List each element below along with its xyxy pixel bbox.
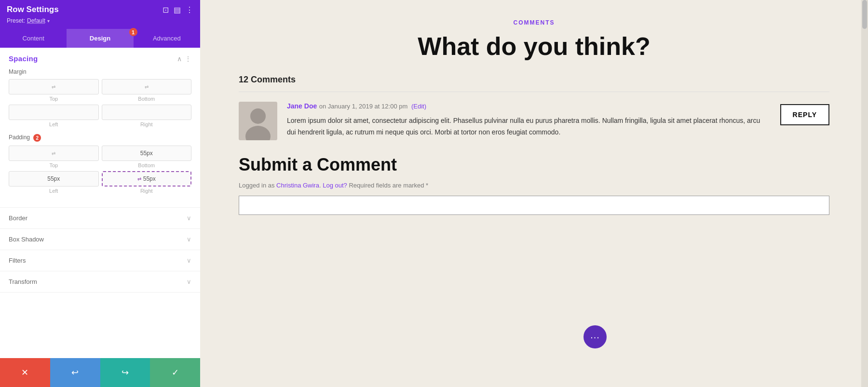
- padding-inputs: ⇄ Top 55px Bottom 55px Left: [9, 146, 191, 194]
- panel-header-icons: ⊡ ▤ ⋮: [163, 5, 193, 14]
- padding-bottom-input[interactable]: 55px: [102, 146, 192, 161]
- preset-label: Preset:: [7, 17, 25, 24]
- box-shadow-chevron: ∨: [187, 236, 191, 243]
- comment-text: Lorem ipsum dolor sit amet, consectetur …: [287, 115, 771, 138]
- layout-icon[interactable]: ▤: [174, 5, 181, 14]
- author-link[interactable]: Christina Gwira: [276, 182, 319, 189]
- avatar: [239, 102, 277, 140]
- border-section[interactable]: Border ∨: [0, 208, 200, 229]
- submit-section: Submit a Comment Logged in as Christina …: [239, 155, 829, 215]
- panel-content: Spacing ∧ ⋮ Margin ⇄ Top ⇄: [0, 48, 200, 358]
- spacing-actions: ∧ ⋮: [177, 55, 191, 63]
- edit-link[interactable]: (Edit): [411, 103, 426, 110]
- margin-inputs: ⇄ Top ⇄ Bottom Left: [9, 79, 191, 127]
- box-shadow-section[interactable]: Box Shadow ∨: [0, 229, 200, 250]
- right-content: COMMENTS What do you think? 12 Comments …: [200, 0, 868, 387]
- margin-left-group: Left: [9, 105, 99, 127]
- padding-right-label: Right: [140, 188, 153, 194]
- comments-title: What do you think?: [239, 33, 829, 60]
- tab-content[interactable]: Content: [0, 29, 67, 48]
- avatar-svg: [239, 102, 277, 140]
- preset-value[interactable]: Default: [27, 17, 45, 24]
- logout-link[interactable]: Log out?: [323, 182, 347, 189]
- padding-left-group: 55px Left: [9, 171, 99, 194]
- transform-section[interactable]: Transform ∨: [0, 271, 200, 293]
- undo-icon: ↩: [71, 367, 79, 378]
- tab-advanced[interactable]: Advanced: [134, 29, 200, 48]
- border-chevron: ∨: [187, 214, 191, 222]
- save-button[interactable]: ✓: [150, 358, 200, 387]
- logged-in-text: Logged in as Christina Gwira. Log out? R…: [239, 182, 829, 189]
- padding-label: Padding 2: [9, 134, 191, 142]
- padding-right-input[interactable]: ⇄ 55px: [102, 171, 192, 187]
- panel-title: Row Settings: [7, 5, 59, 14]
- padding-left-label: Left: [49, 188, 58, 194]
- more-icon[interactable]: ⋮: [186, 5, 193, 14]
- margin-bottom-group: ⇄ Bottom: [102, 79, 192, 102]
- panel-tabs: Content Design 1 Advanced: [0, 29, 200, 48]
- panel-header: Row Settings ⊡ ▤ ⋮ Preset: Default ▾: [0, 0, 200, 29]
- margin-label: Margin: [9, 68, 191, 75]
- scrollbar-thumb[interactable]: [862, 0, 867, 29]
- bottom-bar: ✕ ↩ ↪ ✓: [0, 358, 200, 387]
- link-icon-margin-top: ⇄: [52, 84, 55, 90]
- padding-right-group: ⇄ 55px Right: [102, 171, 192, 194]
- comment-meta: Jane Doe on January 1, 2019 at 12:00 pm …: [287, 102, 771, 110]
- comment-date: on January 1, 2019 at 12:00 pm (Edit): [319, 103, 426, 110]
- margin-right-label: Right: [140, 121, 153, 127]
- padding-bottom-label: Bottom: [138, 162, 155, 168]
- link-icon-padding-top: ⇄: [52, 151, 55, 156]
- comments-label: COMMENTS: [239, 19, 829, 26]
- spacing-collapse-icon[interactable]: ∧: [177, 55, 182, 63]
- margin-top-input[interactable]: ⇄: [9, 79, 99, 94]
- margin-left-label: Left: [49, 121, 58, 127]
- margin-top-label: Top: [49, 96, 58, 102]
- box-shadow-title: Box Shadow: [9, 236, 44, 243]
- scrollbar-track[interactable]: [861, 0, 868, 387]
- commenter-name: Jane Doe: [287, 102, 317, 110]
- padding-top-label: Top: [49, 162, 58, 168]
- svg-point-1: [250, 108, 266, 124]
- comment-body: Jane Doe on January 1, 2019 at 12:00 pm …: [287, 102, 771, 138]
- margin-left-input[interactable]: [9, 105, 99, 120]
- filters-title: Filters: [9, 257, 26, 264]
- filters-section[interactable]: Filters ∨: [0, 250, 200, 271]
- margin-right-input[interactable]: [102, 105, 192, 120]
- padding-top-input[interactable]: ⇄: [9, 146, 99, 161]
- spacing-section: Spacing ∧ ⋮ Margin ⇄ Top ⇄: [0, 48, 200, 208]
- padding-bottom-group: 55px Bottom: [102, 146, 192, 168]
- dots-fab-button[interactable]: ···: [583, 325, 607, 348]
- padding-top-group: ⇄ Top: [9, 146, 99, 168]
- panel-title-row: Row Settings ⊡ ▤ ⋮: [7, 5, 193, 17]
- dots-icon: ···: [590, 332, 600, 343]
- margin-right-group: Right: [102, 105, 192, 127]
- spacing-more-icon[interactable]: ⋮: [185, 55, 191, 63]
- padding-badge: 2: [33, 134, 41, 142]
- tab-design[interactable]: Design 1: [67, 29, 133, 48]
- spacing-title: Spacing: [9, 54, 38, 63]
- comments-count: 12 Comments: [239, 75, 829, 92]
- save-icon: ✓: [172, 367, 179, 378]
- redo-button[interactable]: ↪: [100, 358, 150, 387]
- cancel-icon: ✕: [21, 367, 28, 378]
- preset-dropdown-icon[interactable]: ▾: [47, 18, 50, 24]
- border-title: Border: [9, 214, 27, 222]
- preset-row: Preset: Default ▾: [7, 17, 193, 29]
- margin-bottom-input[interactable]: ⇄: [102, 79, 192, 94]
- left-panel: Row Settings ⊡ ▤ ⋮ Preset: Default ▾ Con…: [0, 0, 200, 387]
- comment-block: Jane Doe on January 1, 2019 at 12:00 pm …: [239, 102, 829, 140]
- reply-button[interactable]: REPLY: [780, 104, 829, 125]
- margin-bottom-label: Bottom: [138, 96, 155, 102]
- link-icon-padding-right: ⇄: [137, 176, 141, 182]
- submit-title: Submit a Comment: [239, 155, 829, 175]
- responsive-icon[interactable]: ⊡: [163, 5, 169, 14]
- content-area: COMMENTS What do you think? 12 Comments …: [200, 0, 868, 237]
- spacing-header: Spacing ∧ ⋮: [9, 54, 191, 63]
- link-icon-margin-bottom: ⇄: [145, 84, 149, 90]
- padding-left-input[interactable]: 55px: [9, 171, 99, 187]
- cancel-button[interactable]: ✕: [0, 358, 50, 387]
- undo-button[interactable]: ↩: [50, 358, 100, 387]
- comment-input-field[interactable]: [239, 196, 829, 215]
- redo-icon: ↪: [122, 367, 129, 378]
- transform-chevron: ∨: [187, 278, 191, 285]
